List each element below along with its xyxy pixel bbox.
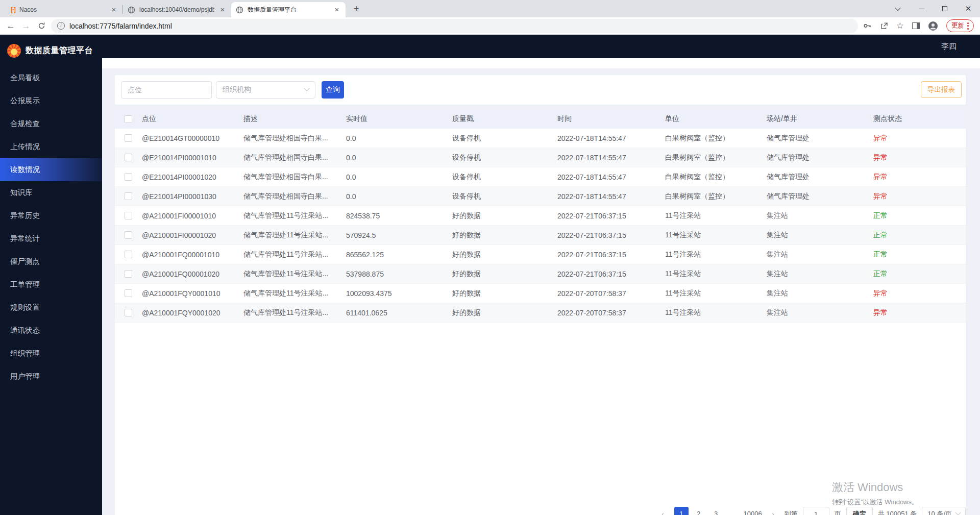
close-window-button[interactable]: ✕ bbox=[957, 0, 980, 17]
cell-status: 异常 bbox=[873, 289, 966, 298]
export-report-button[interactable]: 导出报表 bbox=[921, 81, 962, 98]
table-header-row: 点位 描述 实时值 质量戳 时间 单位 场站/单井 测点状态 bbox=[115, 109, 966, 129]
next-page-button[interactable]: › bbox=[767, 510, 779, 515]
tab-title: 数据质量管理平台 bbox=[248, 6, 329, 14]
prev-page-button[interactable]: ‹ bbox=[657, 510, 669, 515]
cell-desc: 储气库管理处11号注采站... bbox=[243, 308, 346, 317]
table-row[interactable]: @E210014GT00000010储气库管理处相国寺白果...0.0设备停机2… bbox=[115, 129, 966, 148]
page-number-list: 123...10006 bbox=[674, 507, 762, 515]
tab-localhost-demo[interactable]: localhost:10040/demo/psjdbc × bbox=[123, 2, 231, 17]
table-row[interactable]: @A210001FQ00001010储气库管理处11号注采站...865562.… bbox=[115, 245, 966, 264]
cell-desc: 储气库管理处相国寺白果... bbox=[243, 134, 346, 143]
cell-value: 0.0 bbox=[346, 192, 452, 201]
password-key-icon[interactable] bbox=[863, 21, 872, 30]
page-size-select[interactable]: 10 条/页 bbox=[922, 507, 966, 515]
table-row[interactable]: @A210001FI00001020储气库管理处11号注采站...570924.… bbox=[115, 226, 966, 245]
site-info-icon[interactable]: i bbox=[57, 22, 65, 30]
cell-time: 2022-07-18T14:55:47 bbox=[557, 173, 665, 181]
sidebar-item[interactable]: 组织管理 bbox=[0, 342, 102, 365]
point-search-input[interactable] bbox=[121, 81, 212, 99]
tab-close-icon[interactable]: × bbox=[110, 6, 118, 14]
sidebar-item[interactable]: 异常统计 bbox=[0, 227, 102, 250]
row-checkbox[interactable] bbox=[125, 173, 132, 181]
jump-unit-label: 页 bbox=[835, 509, 841, 515]
cell-quality: 设备停机 bbox=[452, 153, 557, 162]
cell-time: 2022-07-21T06:37:15 bbox=[557, 270, 665, 278]
table-row[interactable]: @A210001FQ00001020储气库管理处11号注采站...537988.… bbox=[115, 264, 966, 284]
page-number-button[interactable]: 2 bbox=[692, 507, 706, 515]
sidebar-item[interactable]: 用户管理 bbox=[0, 365, 102, 388]
sidebar-item[interactable]: 读数情况 bbox=[0, 158, 102, 181]
sidebar-item[interactable]: 合规检查 bbox=[0, 112, 102, 135]
table-row[interactable]: @E210014PI00001030储气库管理处相国寺白果...0.0设备停机2… bbox=[115, 187, 966, 206]
table-row[interactable]: @A210001FI00001010储气库管理处11号注采站...824538.… bbox=[115, 206, 966, 226]
tab-nacos[interactable]: [-] Nacos × bbox=[6, 2, 122, 17]
sidebar-item[interactable]: 知识库 bbox=[0, 181, 102, 204]
cell-station: 储气库管理处 bbox=[767, 192, 873, 201]
refresh-button[interactable] bbox=[34, 19, 49, 33]
cell-station: 集注站 bbox=[767, 211, 873, 220]
address-bar[interactable]: i localhost:7775/falarm/index.html bbox=[51, 19, 858, 33]
sidebar-item[interactable]: 工单管理 bbox=[0, 273, 102, 296]
row-checkbox[interactable] bbox=[125, 192, 132, 200]
select-all-checkbox[interactable] bbox=[125, 115, 132, 123]
cell-station: 集注站 bbox=[767, 308, 873, 317]
readings-table: 点位 描述 实时值 质量戳 时间 单位 场站/单井 测点状态 @E210014G… bbox=[115, 109, 966, 515]
profile-avatar-icon[interactable] bbox=[928, 21, 938, 31]
globe-favicon-icon bbox=[128, 6, 135, 14]
table-row[interactable]: @A210001FQY0001020储气库管理处11号注采站...611401.… bbox=[115, 303, 966, 323]
tab-data-quality-platform[interactable]: 数据质量管理平台 × bbox=[231, 2, 346, 17]
cell-time: 2022-07-20T07:58:37 bbox=[557, 309, 665, 317]
table-row[interactable]: @E210014PI00001010储气库管理处相国寺白果...0.0设备停机2… bbox=[115, 148, 966, 167]
minimize-button[interactable] bbox=[910, 0, 933, 17]
sidebar-item[interactable]: 通讯状态 bbox=[0, 319, 102, 342]
tab-search-button[interactable] bbox=[886, 0, 910, 17]
cell-desc: 储气库管理处11号注采站... bbox=[243, 250, 346, 259]
row-checkbox[interactable] bbox=[125, 231, 132, 239]
table-row[interactable]: @E210014PI00001020储气库管理处相国寺白果...0.0设备停机2… bbox=[115, 167, 966, 187]
table-row[interactable]: @A210001FQY0001010储气库管理处11号注采站...1002093… bbox=[115, 284, 966, 303]
cell-station: 储气库管理处 bbox=[767, 134, 873, 143]
chevron-down-icon bbox=[304, 86, 309, 91]
row-checkbox[interactable] bbox=[125, 309, 132, 316]
sidebar-item[interactable]: 公报展示 bbox=[0, 89, 102, 112]
col-header-status: 测点状态 bbox=[873, 114, 966, 124]
back-button[interactable]: ← bbox=[3, 19, 18, 33]
row-checkbox[interactable] bbox=[125, 251, 132, 258]
forward-button[interactable]: → bbox=[18, 19, 34, 33]
tab-close-icon[interactable]: × bbox=[218, 6, 227, 14]
tab-close-icon[interactable]: × bbox=[333, 6, 341, 14]
sidebar-item[interactable]: 规则设置 bbox=[0, 296, 102, 319]
browser-toolbar: ← → i localhost:7775/falarm/index.html ☆… bbox=[0, 17, 980, 35]
new-tab-button[interactable]: + bbox=[350, 3, 363, 16]
pagination: ‹ 123...10006 › 到第 页 确定 共 100051 条 10 条/… bbox=[657, 507, 966, 515]
organization-select[interactable]: 组织机构 bbox=[216, 81, 315, 99]
jump-confirm-button[interactable]: 确定 bbox=[846, 507, 873, 515]
share-icon[interactable] bbox=[880, 22, 888, 30]
chevron-down-icon bbox=[955, 510, 961, 515]
search-button[interactable]: 查询 bbox=[322, 81, 344, 99]
sidebar-item[interactable]: 全局看板 bbox=[0, 66, 102, 89]
row-checkbox[interactable] bbox=[125, 134, 132, 142]
page-number-button[interactable]: 1 bbox=[674, 507, 689, 515]
browser-menu-icon[interactable] bbox=[967, 22, 969, 30]
current-user[interactable]: 李四 bbox=[941, 35, 957, 58]
cell-value: 537988.875 bbox=[346, 270, 452, 278]
row-checkbox[interactable] bbox=[125, 212, 132, 219]
sidebar-item[interactable]: 异常历史 bbox=[0, 204, 102, 227]
side-panel-icon[interactable] bbox=[912, 22, 920, 29]
bookmark-star-icon[interactable]: ☆ bbox=[896, 20, 904, 31]
cell-point: @A210001FI00001020 bbox=[142, 231, 243, 239]
sidebar-item[interactable]: 上传情况 bbox=[0, 135, 102, 158]
sidebar-item[interactable]: 僵尸测点 bbox=[0, 250, 102, 273]
jump-page-input[interactable] bbox=[803, 507, 829, 515]
cell-desc: 储气库管理处相国寺白果... bbox=[243, 192, 346, 201]
page-number-button[interactable]: 3 bbox=[709, 507, 723, 515]
row-checkbox[interactable] bbox=[125, 270, 132, 278]
page-number-button[interactable]: 10006 bbox=[744, 507, 762, 515]
maximize-button[interactable] bbox=[933, 0, 957, 17]
browser-update-button[interactable]: 更新 bbox=[946, 19, 974, 32]
cell-unit: 11号注采站 bbox=[665, 231, 767, 240]
row-checkbox[interactable] bbox=[125, 289, 132, 297]
row-checkbox[interactable] bbox=[125, 154, 132, 161]
